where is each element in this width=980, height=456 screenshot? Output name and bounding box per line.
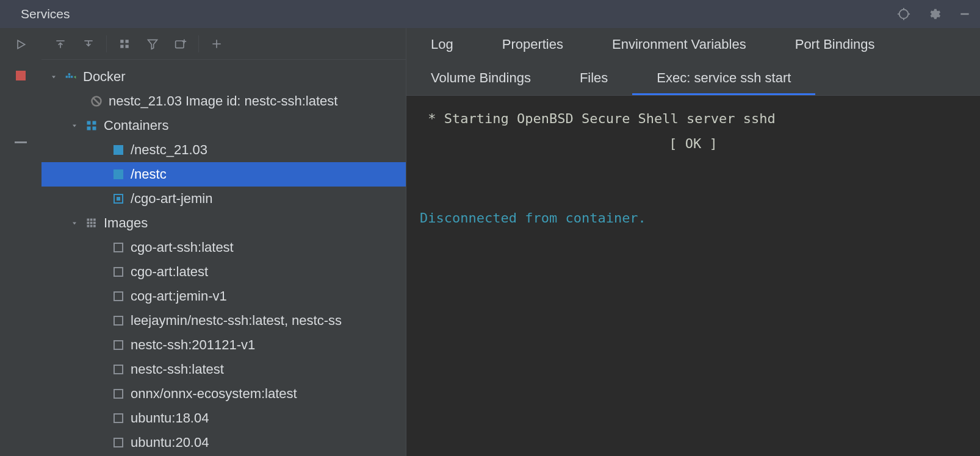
tree-node-deployment[interactable]: nestc_21.03 Image id: nestc-ssh:latest [41, 89, 406, 113]
svg-rect-54 [114, 390, 123, 398]
tab-exec[interactable]: Exec: service ssh start [632, 62, 815, 95]
terminal-line-ok: [ OK ] [420, 132, 967, 157]
svg-rect-48 [114, 243, 123, 252]
tree-node-image[interactable]: onnx/onnx-ecosystem:latest [41, 382, 406, 406]
svg-marker-15 [148, 40, 157, 49]
tree-node-image[interactable]: leejaymin/nestc-ssh:latest, nestc-ss [41, 308, 406, 333]
chevron-down-icon[interactable] [70, 218, 79, 228]
tree-node-docker[interactable]: Docker [41, 65, 406, 89]
tree-node-images[interactable]: Images [41, 211, 406, 235]
tree-node-label: Docker [83, 69, 126, 85]
svg-rect-42 [87, 222, 90, 224]
svg-rect-11 [120, 40, 123, 43]
new-tab-icon[interactable] [167, 32, 195, 56]
tree-node-label: cgo-art-ssh:latest [131, 240, 234, 255]
svg-rect-43 [90, 222, 93, 224]
svg-rect-23 [68, 76, 70, 77]
svg-rect-47 [93, 225, 96, 227]
image-icon [112, 241, 124, 254]
collapse-all-icon[interactable] [74, 32, 103, 56]
hide-icon[interactable] [15, 141, 27, 143]
tab-port-bindings[interactable]: Port Bindings [771, 28, 899, 62]
container-running-icon [112, 168, 124, 180]
svg-rect-34 [113, 145, 123, 155]
tree-node-image[interactable]: cog-art:jemin-v1 [41, 284, 406, 308]
titlebar: Services [0, 0, 980, 28]
filter-icon[interactable] [139, 32, 167, 56]
svg-marker-29 [73, 125, 76, 127]
tree-node-label: cgo-art:latest [131, 264, 208, 280]
tree-node-label: Containers [104, 118, 168, 134]
svg-rect-30 [87, 121, 91, 125]
tree-node-label: leejaymin/nestc-ssh:latest, nestc-ss [131, 313, 342, 329]
tree-node-image[interactable]: cgo-art:latest [41, 260, 406, 284]
tree-node-label: nestc-ssh:latest [131, 362, 224, 377]
detail-tabs: Log Properties Environment Variables Por… [406, 28, 980, 96]
tree-node-image[interactable]: nestc-ssh:201121-v1 [41, 333, 406, 357]
image-icon [112, 315, 124, 327]
cancel-circle-icon [90, 95, 103, 107]
tree-node-label: /nestc_21.03 [131, 142, 207, 158]
expand-all-icon[interactable] [46, 32, 74, 56]
svg-rect-49 [114, 268, 123, 276]
svg-rect-45 [87, 225, 90, 227]
chevron-down-icon[interactable] [49, 72, 59, 82]
detail-pane: Log Properties Environment Variables Por… [406, 28, 980, 456]
svg-rect-35 [113, 169, 123, 179]
tree-node-image[interactable]: ubuntu:18.04 [41, 406, 406, 430]
tree-node-containers[interactable]: Containers [41, 113, 406, 138]
image-icon [112, 436, 124, 449]
terminal-output[interactable]: * Starting OpenBSD Secure Shell server s… [406, 96, 980, 456]
stop-icon[interactable] [16, 71, 26, 80]
svg-rect-22 [66, 76, 68, 77]
add-icon[interactable] [203, 32, 231, 56]
svg-rect-24 [71, 76, 73, 77]
tree-toolbar [41, 28, 406, 60]
tree-node-label: /cgo-art-jemin [131, 191, 212, 207]
tree-node-image[interactable]: cgo-art-ssh:latest [41, 235, 406, 260]
tree-node-container[interactable]: /nestc [41, 162, 406, 187]
svg-rect-14 [126, 45, 129, 48]
tree-node-label: Images [104, 215, 148, 231]
svg-rect-51 [114, 316, 123, 325]
target-icon[interactable] [897, 7, 910, 21]
svg-rect-56 [114, 438, 123, 447]
tree-node-container[interactable]: /cgo-art-jemin [41, 187, 406, 211]
tab-env-vars[interactable]: Environment Variables [588, 28, 771, 62]
svg-point-0 [899, 10, 909, 19]
tab-files[interactable]: Files [555, 62, 632, 95]
tree-node-label: nestc_21.03 Image id: nestc-ssh:latest [109, 93, 337, 109]
play-icon[interactable] [13, 37, 29, 52]
svg-rect-25 [68, 73, 70, 75]
services-tree[interactable]: Docker nestc_21.03 Image id: nestc-ssh:l… [41, 60, 406, 456]
gear-icon[interactable] [928, 7, 941, 21]
tab-volume-bindings[interactable]: Volume Bindings [406, 62, 555, 95]
services-tree-pane: Docker nestc_21.03 Image id: nestc-ssh:l… [41, 28, 406, 456]
image-icon [112, 290, 124, 302]
image-icon [112, 363, 124, 376]
svg-rect-52 [114, 341, 123, 349]
tree-node-label: ubuntu:18.04 [131, 410, 209, 426]
svg-rect-32 [87, 127, 91, 130]
grid-dots-icon [85, 217, 98, 229]
tab-properties[interactable]: Properties [478, 28, 588, 62]
image-icon [112, 339, 124, 351]
docker-icon [65, 71, 77, 83]
chevron-down-icon[interactable] [70, 121, 79, 130]
tab-log[interactable]: Log [406, 28, 478, 62]
titlebar-actions [897, 7, 971, 21]
minimize-icon[interactable] [958, 7, 971, 21]
container-running-icon [112, 144, 124, 156]
svg-marker-38 [73, 223, 76, 225]
panel-title: Services [21, 7, 70, 21]
image-icon [112, 388, 124, 400]
run-gutter [0, 28, 41, 456]
group-by-icon[interactable] [110, 32, 139, 56]
svg-marker-26 [74, 76, 76, 79]
tree-node-image[interactable]: nestc-ssh:latest [41, 357, 406, 382]
svg-rect-41 [93, 219, 96, 221]
svg-rect-16 [176, 41, 184, 48]
svg-rect-53 [114, 365, 123, 374]
tree-node-container[interactable]: /nestc_21.03 [41, 138, 406, 162]
tree-node-image[interactable]: ubuntu:20.04 [41, 430, 406, 455]
